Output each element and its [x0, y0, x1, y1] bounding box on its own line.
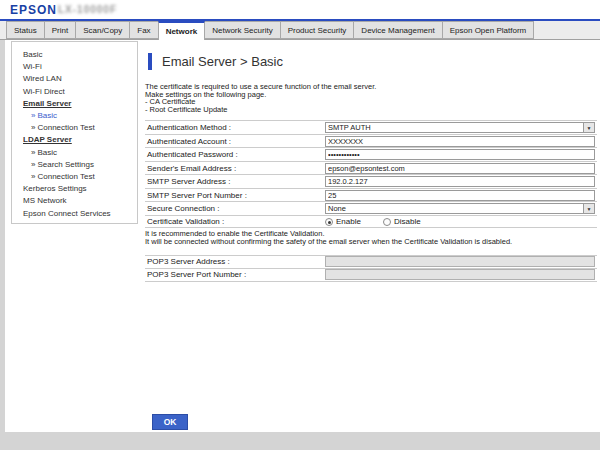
secure-connection-select[interactable]: None ▼: [325, 203, 595, 214]
sidebar-item-epson-connect-services[interactable]: Epson Connect Services: [12, 208, 137, 220]
model-name-blurred: LX-10000F: [58, 4, 117, 15]
chevron-down-icon[interactable]: ▼: [583, 123, 594, 132]
sidebar-item-email-connection-test[interactable]: Connection Test: [12, 122, 137, 134]
sidebar-item-wifi-direct[interactable]: Wi-Fi Direct: [12, 86, 137, 98]
description-line: Make settings on the following page.: [145, 91, 597, 99]
sender-email-input[interactable]: [325, 163, 595, 174]
page-title-row: Email Server > Basic: [145, 53, 597, 70]
smtp-server-address-input[interactable]: [325, 176, 595, 187]
field-label: SMTP Server Address :: [145, 177, 325, 186]
authentication-method-select[interactable]: SMTP AUTH ▼: [325, 122, 595, 133]
ok-button[interactable]: OK: [152, 414, 188, 430]
radio-label: Enable: [336, 217, 361, 226]
chevron-down-icon[interactable]: ▼: [583, 204, 594, 213]
sidebar-item-email-basic[interactable]: Basic: [12, 110, 137, 122]
description-line: - Root Certificate Update: [145, 106, 597, 114]
radio-label: Disable: [394, 217, 421, 226]
authenticated-password-input[interactable]: [325, 149, 595, 160]
form-row-secure-connection: Secure Connection : None ▼: [145, 201, 597, 215]
page-title: Email Server > Basic: [162, 54, 283, 69]
selected-value: None: [328, 204, 346, 213]
pop3-port-input: [325, 269, 595, 280]
form-row-sender-email: Sender's Email Address :: [145, 161, 597, 175]
tab-fax[interactable]: Fax: [129, 21, 158, 39]
sidebar-section-email-server[interactable]: Email Server: [12, 98, 137, 110]
form-row-authenticated-account: Authenticated Account :: [145, 134, 597, 148]
main-panel: Email Server > Basic The certificate is …: [145, 40, 597, 282]
form-row-smtp-server-address: SMTP Server Address :: [145, 174, 597, 188]
authenticated-account-input[interactable]: [325, 136, 595, 147]
email-server-form: Authentication Method : SMTP AUTH ▼ Auth…: [145, 120, 597, 228]
field-label: Secure Connection :: [145, 204, 325, 213]
sidebar-item-basic[interactable]: Basic: [12, 49, 137, 61]
sidebar-item-ldap-search-settings[interactable]: Search Settings: [12, 159, 137, 171]
form-row-authenticated-password: Authenticated Password :: [145, 147, 597, 161]
sidebar-item-wifi[interactable]: Wi-Fi: [12, 61, 137, 73]
form-row-certificate-validation: Certificate Validation : Enable Disable: [145, 215, 597, 229]
form-row-authentication-method: Authentication Method : SMTP AUTH ▼: [145, 120, 597, 134]
pop3-server-address-input: [325, 256, 595, 267]
pop3-form: POP3 Server Address : POP3 Server Port N…: [145, 255, 597, 282]
radio-option-disable[interactable]: Disable: [383, 217, 421, 226]
smtp-port-input[interactable]: [325, 190, 595, 201]
field-label: Authentication Method :: [145, 123, 325, 132]
tab-device-management[interactable]: Device Management: [353, 21, 442, 39]
tab-print[interactable]: Print: [44, 21, 76, 39]
tab-product-security[interactable]: Product Security: [280, 21, 355, 39]
form-row-pop3-server-address: POP3 Server Address :: [145, 255, 597, 269]
tab-network-security[interactable]: Network Security: [204, 21, 280, 39]
selected-value: SMTP AUTH: [328, 123, 371, 132]
sidebar-section-ldap-server[interactable]: LDAP Server: [12, 134, 137, 146]
sidebar-item-ldap-connection-test[interactable]: Connection Test: [12, 171, 137, 183]
form-row-smtp-port: SMTP Server Port Number :: [145, 188, 597, 202]
form-row-pop3-port: POP3 Server Port Number :: [145, 268, 597, 282]
sidebar-item-wired-lan[interactable]: Wired LAN: [12, 73, 137, 85]
tab-bar: Status Print Scan/Copy Fax Network Netwo…: [0, 21, 600, 40]
content-area: Basic Wi-Fi Wired LAN Wi-Fi Direct Email…: [5, 40, 600, 432]
radio-selected-icon[interactable]: [325, 218, 333, 226]
field-label: POP3 Server Port Number :: [145, 270, 325, 279]
tab-status[interactable]: Status: [6, 21, 45, 39]
certificate-validation-radios: Enable Disable: [325, 217, 595, 226]
radio-option-enable[interactable]: Enable: [325, 217, 361, 226]
epson-logo: EPSON: [10, 3, 57, 17]
sidebar-item-ms-network[interactable]: MS Network: [12, 195, 137, 207]
tab-network[interactable]: Network: [158, 21, 206, 40]
field-label: SMTP Server Port Number :: [145, 191, 325, 200]
field-label: Sender's Email Address :: [145, 164, 325, 173]
sidebar-nav: Basic Wi-Fi Wired LAN Wi-Fi Direct Email…: [11, 41, 138, 224]
note-line: It will be connected without confirming …: [145, 238, 597, 246]
sidebar-item-google-cloud-print-services[interactable]: Google Cloud Print Services: [12, 220, 137, 224]
field-label: Certificate Validation :: [145, 217, 325, 226]
page-description: The certificate is required to use a sec…: [145, 83, 597, 113]
tab-epson-open-platform[interactable]: Epson Open Platform: [442, 21, 534, 39]
sidebar-item-ldap-basic[interactable]: Basic: [12, 147, 137, 159]
app-header: EPSON LX-10000F: [0, 0, 600, 19]
tab-scan-copy[interactable]: Scan/Copy: [75, 21, 130, 39]
title-accent-bar: [148, 53, 152, 70]
field-label: POP3 Server Address :: [145, 257, 325, 266]
certificate-validation-note: It is recommended to enable the Certific…: [145, 230, 597, 245]
sidebar-item-kerberos-settings[interactable]: Kerberos Settings: [12, 183, 137, 195]
field-label: Authenticated Password :: [145, 150, 325, 159]
radio-unselected-icon[interactable]: [383, 218, 391, 226]
field-label: Authenticated Account :: [145, 137, 325, 146]
